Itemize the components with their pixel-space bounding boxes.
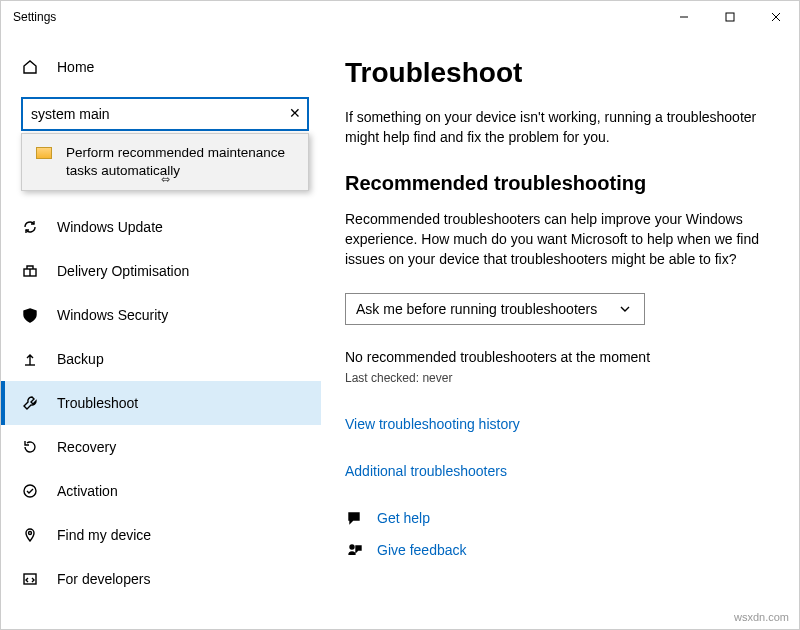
sidebar-item-windows-update[interactable]: Windows Update: [1, 205, 321, 249]
history-link[interactable]: View troubleshooting history: [345, 416, 520, 432]
sidebar-item-label: Windows Security: [57, 307, 168, 323]
get-help-row[interactable]: Get help: [345, 509, 759, 527]
sidebar-item-find-my-device[interactable]: Find my device: [1, 513, 321, 557]
sidebar-item-troubleshoot[interactable]: Troubleshoot: [1, 381, 321, 425]
svg-point-6: [29, 532, 32, 535]
sidebar-item-recovery[interactable]: Recovery: [1, 425, 321, 469]
shield-icon: [21, 306, 39, 324]
svg-point-8: [350, 545, 354, 549]
delivery-icon: [21, 262, 39, 280]
sync-icon: [21, 218, 39, 236]
status-text: No recommended troubleshooters at the mo…: [345, 349, 759, 365]
page-title: Troubleshoot: [345, 57, 759, 89]
sidebar-item-label: Backup: [57, 351, 104, 367]
main-panel: Troubleshoot If something on your device…: [321, 33, 799, 629]
give-feedback-link: Give feedback: [377, 542, 467, 558]
svg-point-5: [24, 485, 36, 497]
sidebar-home[interactable]: Home: [1, 45, 321, 89]
search-clear-icon[interactable]: ✕: [289, 105, 301, 121]
window-controls: [661, 1, 799, 33]
sidebar-item-label: Recovery: [57, 439, 116, 455]
search-suggestion[interactable]: Perform recommended maintenance tasks au…: [21, 133, 309, 191]
troubleshoot-preference-select[interactable]: Ask me before running troubleshooters: [345, 293, 645, 325]
backup-icon: [21, 350, 39, 368]
home-icon: [21, 58, 39, 76]
last-checked-text: Last checked: never: [345, 371, 759, 385]
resize-icon: ⇔: [161, 173, 169, 186]
maintenance-icon: [36, 147, 52, 159]
chevron-down-icon: [616, 300, 634, 318]
sidebar-item-activation[interactable]: Activation: [1, 469, 321, 513]
sidebar-item-label: Windows Update: [57, 219, 163, 235]
close-button[interactable]: [753, 1, 799, 33]
sidebar-item-backup[interactable]: Backup: [1, 337, 321, 381]
select-value: Ask me before running troubleshooters: [356, 301, 597, 317]
search-wrap: ✕: [21, 97, 309, 131]
sidebar-item-label: Activation: [57, 483, 118, 499]
sidebar-item-windows-security[interactable]: Windows Security: [1, 293, 321, 337]
check-circle-icon: [21, 482, 39, 500]
get-help-link: Get help: [377, 510, 430, 526]
chat-icon: [345, 509, 363, 527]
titlebar: Settings: [1, 1, 799, 33]
section-title: Recommended troubleshooting: [345, 172, 759, 195]
watermark: wsxdn.com: [734, 611, 789, 623]
recovery-icon: [21, 438, 39, 456]
sidebar-item-for-developers[interactable]: For developers: [1, 557, 321, 601]
svg-rect-1: [726, 13, 734, 21]
sidebar-item-label: Find my device: [57, 527, 151, 543]
intro-text: If something on your device isn't workin…: [345, 107, 759, 148]
search-input[interactable]: [21, 97, 309, 131]
minimize-button[interactable]: [661, 1, 707, 33]
svg-rect-7: [24, 574, 36, 584]
section-body: Recommended troubleshooters can help imp…: [345, 209, 759, 270]
code-icon: [21, 570, 39, 588]
sidebar-item-label: For developers: [57, 571, 150, 587]
window-title: Settings: [13, 10, 661, 24]
feedback-icon: [345, 541, 363, 559]
give-feedback-row[interactable]: Give feedback: [345, 541, 759, 559]
sidebar: Home ✕ Perform recommended maintenance t…: [1, 33, 321, 629]
home-label: Home: [57, 59, 94, 75]
sidebar-item-label: Troubleshoot: [57, 395, 138, 411]
suggestion-text: Perform recommended maintenance tasks au…: [66, 144, 294, 180]
sidebar-item-label: Delivery Optimisation: [57, 263, 189, 279]
location-icon: [21, 526, 39, 544]
nav-list: Windows Update Delivery Optimisation Win…: [1, 205, 321, 601]
maximize-button[interactable]: [707, 1, 753, 33]
additional-troubleshooters-link[interactable]: Additional troubleshooters: [345, 463, 507, 479]
wrench-icon: [21, 394, 39, 412]
sidebar-item-delivery-optimisation[interactable]: Delivery Optimisation: [1, 249, 321, 293]
